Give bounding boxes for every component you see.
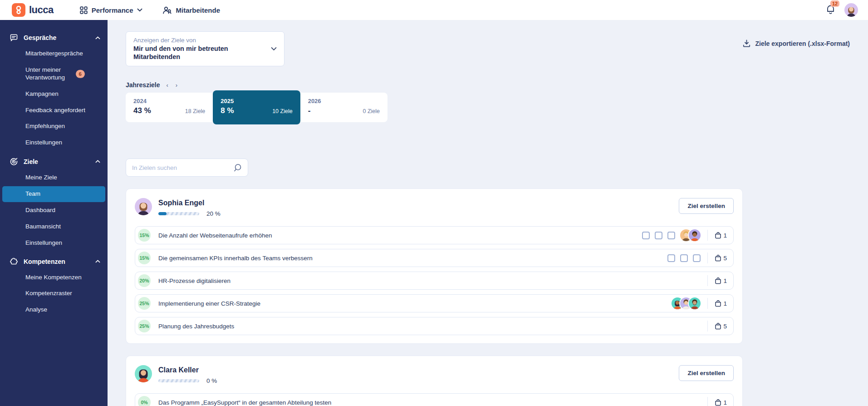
- gift-count: 1: [723, 277, 727, 284]
- export-goals-link[interactable]: Ziele exportieren (.xlsx-Format): [743, 40, 850, 47]
- sidebar-item-kampagnen[interactable]: Kampagnen: [2, 86, 105, 102]
- sidebar-item-label: Unter meiner Verantwortung: [25, 66, 80, 82]
- goals-scope-dropdown[interactable]: Anzeigen der Ziele von Mir und den von m…: [126, 31, 284, 66]
- employee-avatar[interactable]: [135, 198, 152, 215]
- sidebar-item-analyse[interactable]: Analyse: [2, 302, 105, 318]
- chevron-down-icon: [271, 47, 277, 51]
- sidebar-header-ziele[interactable]: Ziele: [0, 153, 108, 169]
- divider: [707, 397, 708, 406]
- sidebar-item-kompetenzraster[interactable]: Kompetenzraster: [2, 286, 105, 302]
- goal-checkbox[interactable]: [667, 232, 675, 239]
- goal-checkbox[interactable]: [680, 254, 688, 262]
- employee-progress: 20 %: [158, 210, 221, 217]
- goals-scope-value: Mir und den von mir betreuten Mitarbeite…: [133, 45, 238, 61]
- collaborator-avatar[interactable]: [689, 229, 701, 241]
- gift-count: 5: [723, 255, 727, 262]
- goal-row[interactable]: 25% Planung des Jahresbudgets 5: [135, 317, 734, 335]
- goal-row-meta: 1: [706, 275, 727, 286]
- progress-bar-fill: [158, 212, 167, 215]
- progress-bar: [158, 379, 199, 382]
- employee-name: Clara Keller: [158, 366, 217, 374]
- employee-texts: Sophia Engel 20 %: [158, 198, 221, 217]
- nav-mitarbeitende[interactable]: Mitarbeitende: [162, 6, 220, 14]
- year-goal-count: 10 Ziele: [272, 108, 292, 114]
- sidebar-item-einstellungen-ziele[interactable]: Einstellungen: [2, 235, 105, 251]
- sidebar-item-unter-meiner-verantwortung[interactable]: Unter meiner Verantwortung6: [2, 62, 93, 86]
- goal-gift[interactable]: 1: [715, 232, 727, 239]
- divider: [707, 298, 708, 309]
- app-switcher[interactable]: Performance: [80, 6, 143, 14]
- sidebar-item-empfehlungen[interactable]: Empfehlungen: [2, 119, 105, 134]
- prev-year-button[interactable]: ‹: [166, 82, 169, 89]
- goal-row-meta: 1: [642, 229, 727, 241]
- year-tab-2026[interactable]: 2026 -0 Ziele: [300, 93, 387, 122]
- notifications-button[interactable]: 12: [826, 4, 835, 16]
- goal-row[interactable]: 25% Implementierung einer CSR-Strategie …: [135, 294, 734, 312]
- goal-row[interactable]: 15% Die gemeinsamen KPIs innerhalb des T…: [135, 249, 734, 267]
- brand-name: lucca: [29, 4, 54, 16]
- sidebar-item-meine-ziele[interactable]: Meine Ziele: [2, 170, 105, 186]
- year-percent: -: [308, 106, 311, 115]
- sidebar-item-einstellungen-gespraeche[interactable]: Einstellungen: [2, 135, 105, 151]
- goal-row[interactable]: 20% HR-Prozesse digitalisieren 1: [135, 272, 734, 290]
- goal-checkbox[interactable]: [655, 232, 662, 239]
- sidebar-section-ziele: Ziele Meine Ziele Team Dashboard Baumans…: [0, 153, 108, 251]
- sidebar-item-mitarbeitergespraeche[interactable]: Mitarbeitergespräche: [2, 46, 105, 62]
- sidebar-header-kompetenzen[interactable]: Kompetenzen: [0, 254, 108, 269]
- main-content: Anzeigen der Ziele von Mir und den von m…: [108, 20, 868, 406]
- progress-bar: [158, 212, 199, 215]
- goal-gift[interactable]: 1: [715, 300, 727, 307]
- gift-icon: [715, 254, 721, 262]
- goal-row[interactable]: 15% Die Anzahl der Webseitenaufrufe erhö…: [135, 226, 734, 244]
- goal-gift[interactable]: 1: [715, 399, 727, 406]
- goal-title: Die Anzahl der Webseitenaufrufe erhöhen: [158, 232, 272, 239]
- goals-scope-texts: Anzeigen der Ziele von Mir und den von m…: [133, 37, 271, 61]
- employee-avatar[interactable]: [135, 365, 152, 382]
- lucca-logo[interactable]: lucca: [12, 3, 54, 17]
- count-badge: 6: [76, 70, 85, 78]
- create-goal-button[interactable]: Ziel erstellen: [679, 198, 734, 214]
- goal-title: Das Programm „EasySupport“ in der gesamt…: [158, 399, 331, 406]
- gift-icon: [715, 322, 721, 330]
- search-icon[interactable]: [233, 163, 242, 172]
- sidebar-section-kompetenzen: Kompetenzen Meine Kompetenzen Kompetenzr…: [0, 254, 108, 318]
- sidebar-item-baumansicht[interactable]: Baumansicht: [2, 219, 105, 235]
- year-tab-2024[interactable]: 2024 43 %18 Ziele: [126, 93, 213, 122]
- goal-title: HR-Prozesse digitalisieren: [158, 277, 230, 284]
- next-year-button[interactable]: ›: [175, 82, 178, 89]
- divider: [707, 253, 708, 263]
- user-avatar[interactable]: [844, 3, 858, 17]
- sidebar-item-team[interactable]: Team: [2, 186, 105, 202]
- sidebar-section-label: Gespräche: [24, 34, 56, 41]
- gift-icon: [715, 300, 721, 307]
- sidebar-header-gespraeche[interactable]: Gespräche: [0, 30, 108, 45]
- goal-search-input[interactable]: [132, 164, 233, 171]
- goal-checkbox[interactable]: [667, 254, 675, 262]
- notification-badge: 12: [830, 0, 839, 7]
- divider: [707, 321, 708, 332]
- sidebar-item-dashboard[interactable]: Dashboard: [2, 203, 105, 218]
- goal-title: Die gemeinsamen KPIs innerhalb des Teams…: [158, 255, 313, 262]
- goal-list: 15% Die Anzahl der Webseitenaufrufe erhö…: [135, 226, 734, 335]
- sidebar-item-feedback-angefordert[interactable]: Feedback angefordert: [2, 103, 105, 119]
- nav-mitarbeitende-label: Mitarbeitende: [176, 6, 220, 14]
- goal-checkbox[interactable]: [642, 232, 650, 239]
- create-goal-button[interactable]: Ziel erstellen: [679, 365, 734, 381]
- year-label: 2026: [308, 98, 380, 104]
- goal-checkbox[interactable]: [693, 254, 701, 262]
- gift-count: 5: [723, 323, 727, 330]
- gift-count: 1: [723, 399, 727, 406]
- sidebar-item-meine-kompetenzen[interactable]: Meine Kompetenzen: [2, 270, 105, 286]
- year-tab-2025[interactable]: 2025 8 %10 Ziele: [213, 90, 300, 124]
- goal-gift[interactable]: 5: [715, 254, 727, 262]
- chevron-up-icon: [95, 260, 100, 263]
- chat-icon: [10, 34, 18, 41]
- goal-row[interactable]: 0% Das Programm „EasySupport“ in der ges…: [135, 393, 734, 406]
- goal-weight-badge: 20%: [138, 274, 151, 287]
- goal-gift[interactable]: 1: [715, 277, 727, 284]
- goal-gift[interactable]: 5: [715, 322, 727, 330]
- employee-card-clara-keller: Clara Keller 0 % Ziel erstellen 0% Das P…: [126, 356, 743, 406]
- collaborator-avatar[interactable]: [689, 297, 701, 309]
- goal-title: Implementierung einer CSR-Strategie: [158, 300, 260, 307]
- sidebar: Gespräche Mitarbeitergespräche Unter mei…: [0, 20, 108, 406]
